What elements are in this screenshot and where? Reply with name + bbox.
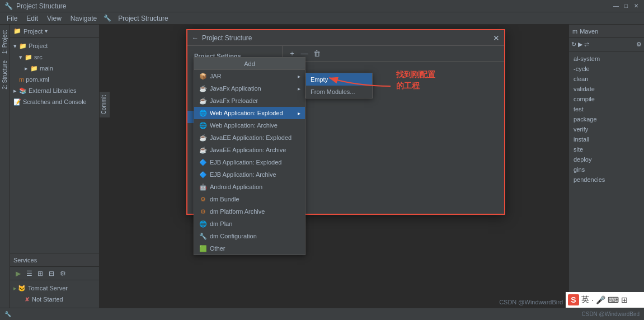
menu-android-app[interactable]: 🤖 Android Application — [194, 181, 305, 193]
tree-item-pom[interactable]: m pom.xml — [10, 74, 99, 85]
javaee-archive-icon: ☕ — [199, 145, 208, 154]
svc-settings-btn[interactable]: ⚙ — [58, 269, 67, 278]
vtab-structure[interactable]: 2: Structure — [1, 57, 9, 93]
menu-webapp-archive-label: Web Application: Archive — [210, 122, 278, 129]
submenu-from-modules-label: From Modules... — [311, 88, 355, 95]
menu-icon-ps: 🔧 — [104, 15, 111, 22]
not-started-label: Not Started — [32, 296, 63, 303]
title-bar-text: Project Structure — [16, 2, 66, 10]
tree-label-scratches: Scratches and Console — [23, 98, 87, 105]
menu-dm-plan-label: dm Plan — [210, 220, 232, 227]
menu-javaee-archive-label: JavaEE Application: Archive — [210, 147, 286, 153]
dm-plan-icon: 🌐 — [199, 219, 208, 228]
tree-icon-main: ▸ — [25, 65, 28, 72]
webapp-submenu: Empty From Modules... — [305, 73, 373, 98]
copy-artifact-button[interactable]: 🗑 — [312, 49, 322, 59]
main-content: ← Project Structure ✕ Project Settings P… — [100, 25, 644, 320]
server-label: Tomcat Server — [28, 285, 68, 291]
menu-view[interactable]: View — [43, 13, 66, 23]
tree-item-project[interactable]: ▾ 📁 Project — [10, 40, 99, 51]
dialog-inner-toolbar: + — 🗑 — [283, 46, 504, 62]
menu-jar[interactable]: 📦 JAR ▸ — [194, 70, 305, 82]
svc-list-btn[interactable]: ☰ — [25, 269, 34, 278]
menu-javafx-preloader-label: JavaFx Preloader — [210, 97, 258, 104]
tree-icon-main-f: 📁 — [30, 65, 38, 72]
menu-dm-plan[interactable]: 🌐 dm Plan — [194, 218, 305, 230]
menu-javaee-exploded[interactable]: ☕ JavaEE Application: Exploded — [194, 131, 305, 144]
svc-run-btn[interactable]: ▶ — [13, 269, 22, 278]
menu-project-structure[interactable]: Project Structure — [114, 13, 172, 23]
maximize-button[interactable]: □ — [623, 3, 629, 10]
dm-config-icon: 🔧 — [199, 232, 208, 241]
close-button[interactable]: ✕ — [633, 3, 640, 10]
other-icon: 🟩 — [199, 244, 208, 253]
menu-bar: File Edit View Navigate 🔧 Project Struct… — [0, 12, 644, 25]
dialog-titlebar: ← Project Structure ✕ — [187, 30, 504, 46]
not-started-icon: ✘ — [25, 296, 30, 303]
dm-platform-icon: ⚙ — [199, 207, 208, 216]
menu-dm-bundle-label: dm Bundle — [210, 196, 239, 203]
main-layout: 1: Project 2: Structure 📁 Project ▾ ▾ 📁 … — [0, 25, 644, 320]
services-header: Services — [10, 253, 99, 267]
menu-dm-bundle[interactable]: ⚙ dm Bundle — [194, 193, 305, 205]
menu-ejb-archive[interactable]: 🔷 EJB Application: Archive — [194, 168, 305, 181]
menu-webapp-archive[interactable]: 🌐 Web Application: Archive — [194, 119, 305, 131]
webapp-archive-icon: 🌐 — [199, 121, 208, 130]
javafx-app-arrow-icon: ▸ — [298, 86, 300, 92]
tree-label-src: src — [34, 54, 43, 60]
add-menu-header: Add — [194, 58, 305, 70]
dialog-close-button[interactable]: ✕ — [493, 34, 500, 43]
tree-icon-ext: ▸ — [13, 87, 17, 95]
menu-android-label: Android Application — [210, 183, 262, 190]
left-vtabs: 1: Project 2: Structure — [0, 25, 10, 320]
vtab-project[interactable]: 1: Project — [1, 27, 9, 57]
menu-dm-config[interactable]: 🔧 dm Configuration — [194, 230, 305, 242]
android-icon: 🤖 — [199, 182, 208, 191]
menu-javafx-preloader[interactable]: ☕ JavaFx Preloader — [194, 95, 305, 107]
tree-item-main[interactable]: ▸ 📁 main — [10, 63, 99, 74]
tree-item-ext-libs[interactable]: ▸ 📚 External Libraries — [10, 85, 99, 96]
tree-icon-src-f: 📁 — [25, 54, 32, 61]
jar-icon: 📦 — [199, 72, 208, 81]
jar-arrow-icon: ▸ — [298, 73, 300, 79]
webapp-exploded-arrow-icon: ▸ — [298, 110, 300, 116]
tree-icon-pom: m — [19, 76, 24, 83]
svc-filter-btn[interactable]: ⊟ — [47, 269, 56, 278]
menu-dm-platform-label: dm Platform Archive — [210, 208, 265, 215]
menu-edit[interactable]: Edit — [22, 13, 43, 23]
submenu-empty[interactable]: Empty — [306, 73, 372, 86]
tree-item-src[interactable]: ▾ 📁 src — [10, 51, 99, 63]
tree-label-main: main — [40, 65, 53, 72]
menu-dm-platform[interactable]: ⚙ dm Platform Archive — [194, 205, 305, 218]
menu-other-label: Other — [210, 245, 225, 252]
dialog-content-area: + — 🗑 — [283, 46, 504, 214]
server-tomcat-item[interactable]: ▸ 🐱 Tomcat Server — [13, 283, 96, 294]
tree-icon-src: ▾ — [19, 54, 22, 61]
minimize-button[interactable]: — — [613, 3, 619, 10]
project-dropdown-icon[interactable]: ▾ — [45, 28, 48, 34]
menu-file[interactable]: File — [2, 13, 22, 23]
submenu-from-modules[interactable]: From Modules... — [306, 86, 372, 98]
tree-icon-scratches: 📝 — [13, 98, 21, 106]
title-bar: 🔧 Project Structure — □ ✕ — [0, 0, 644, 12]
menu-javafx-app-label: JavaFx Application — [210, 85, 261, 92]
menu-navigate[interactable]: Navigate — [66, 13, 101, 23]
server-status-item[interactable]: ✘ Not Started — [13, 294, 96, 305]
tree-item-scratches[interactable]: 📝 Scratches and Console — [10, 96, 99, 107]
menu-ejb-exploded-label: EJB Application: Exploded — [210, 159, 281, 166]
menu-ejb-archive-label: EJB Application: Archive — [210, 171, 276, 178]
menu-other[interactable]: 🟩 Other — [194, 242, 305, 255]
tree-icon-folder: 📁 — [19, 43, 27, 50]
ejb-archive-icon: 🔷 — [199, 170, 208, 179]
window-controls[interactable]: — □ ✕ — [613, 3, 640, 10]
menu-javaee-archive[interactable]: ☕ JavaEE Application: Archive — [194, 144, 305, 156]
menu-webapp-exploded[interactable]: 🌐 Web Application: Exploded ▸ — [194, 107, 305, 119]
tree-label-pom: pom.xml — [26, 76, 49, 83]
bottom-status: 🔧 — [4, 311, 11, 317]
menu-javafx-app[interactable]: ☕ JavaFx Application ▸ — [194, 82, 305, 95]
tree-label-project: Project — [29, 43, 48, 49]
menu-ejb-exploded[interactable]: 🔷 EJB Application: Exploded — [194, 156, 305, 168]
project-panel: 📁 Project ▾ ▾ 📁 Project ▾ 📁 src ▸ 📁 main… — [10, 25, 100, 320]
svc-step-btn[interactable]: ⊞ — [36, 269, 45, 278]
back-button[interactable]: ← — [192, 34, 199, 42]
